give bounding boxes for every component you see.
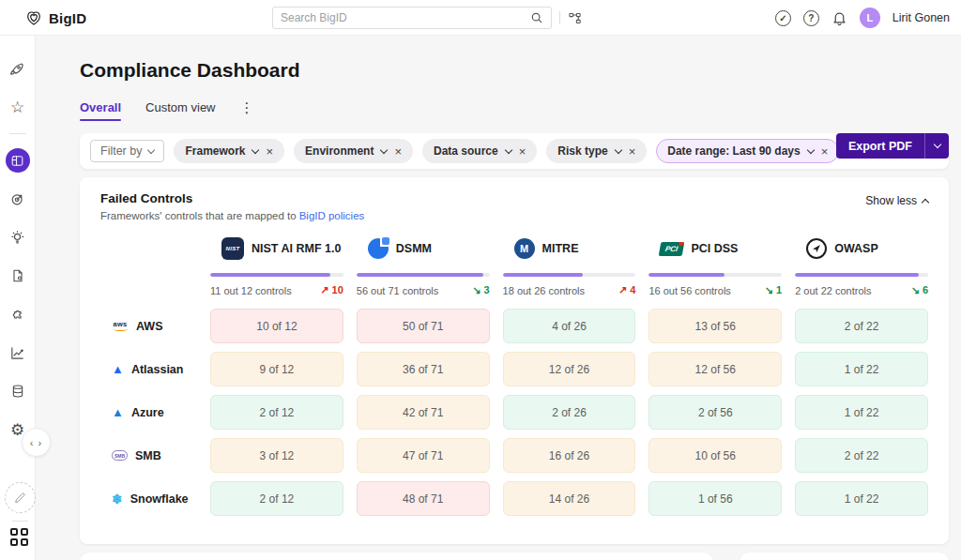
trend-indicator: ↘6: [911, 284, 928, 296]
advanced-search-icon[interactable]: [568, 11, 582, 25]
lightbulb-icon[interactable]: [6, 225, 30, 250]
control-cell[interactable]: 48 of 71: [357, 481, 490, 516]
trend-indicator: ↗10: [320, 284, 343, 296]
control-cell[interactable]: 10 of 56: [648, 438, 782, 473]
pci-dss-logo-icon: PCI: [659, 242, 685, 256]
page-title: Compliance Dashboard: [80, 59, 949, 82]
bigid-policies-link[interactable]: BigID policies: [299, 210, 365, 221]
datasource-aws: aws AWS: [100, 320, 197, 333]
user-avatar[interactable]: L: [860, 8, 880, 28]
trend-indicator: ↘3: [472, 284, 489, 296]
trend-indicator: ↘1: [765, 284, 782, 296]
target-icon[interactable]: [6, 187, 30, 211]
control-cell[interactable]: 2 of 22: [795, 309, 928, 343]
azure-logo-icon: ▲: [112, 406, 124, 418]
search-input[interactable]: [281, 11, 530, 24]
progress-bar: [503, 273, 636, 277]
sidebar-collapse-button[interactable]: ‹ ›: [22, 428, 51, 457]
analytics-chart-icon[interactable]: [6, 341, 30, 365]
notifications-bell-icon[interactable]: [831, 10, 847, 26]
control-cell[interactable]: 50 of 71: [357, 309, 490, 343]
datasource-atlassian: ▲ Atlassian: [100, 363, 197, 376]
control-cell[interactable]: 10 of 12: [210, 309, 343, 343]
control-cell[interactable]: 13 of 56: [648, 309, 782, 343]
filter-chip-framework[interactable]: Framework ×: [174, 139, 284, 163]
tab-overall[interactable]: Overall: [80, 100, 121, 121]
edit-dashboard-button[interactable]: [5, 482, 36, 513]
control-cell[interactable]: 2 of 56: [648, 395, 782, 430]
owasp-logo-icon: [806, 238, 827, 259]
tab-custom-view[interactable]: Custom view: [145, 100, 215, 121]
control-cell[interactable]: 1 of 22: [795, 481, 928, 516]
partial-card: [740, 552, 949, 560]
rocket-icon[interactable]: [6, 56, 30, 81]
show-less-toggle[interactable]: Show less: [865, 194, 928, 207]
trend-indicator: ↗4: [618, 284, 635, 296]
control-cell[interactable]: 2 of 12: [210, 481, 343, 516]
control-cell[interactable]: 12 of 56: [648, 352, 782, 386]
next-section-cards: [80, 552, 949, 560]
remove-filter-icon[interactable]: ×: [821, 145, 829, 158]
control-cell[interactable]: 16 of 26: [503, 438, 636, 473]
tabs-more-menu-icon[interactable]: ⋮: [240, 99, 254, 122]
framework-nist: NIST NIST AI RMF 1.0 11 out 12 controls …: [210, 236, 343, 296]
partial-card: [80, 552, 713, 560]
remove-filter-icon[interactable]: ×: [394, 145, 402, 158]
control-cell[interactable]: 2 of 12: [210, 395, 343, 430]
apps-grid-icon[interactable]: [10, 528, 28, 546]
dashboard-icon[interactable]: [6, 148, 30, 173]
chevron-down-icon: [933, 141, 940, 148]
control-cell[interactable]: 3 of 12: [210, 438, 343, 473]
chevron-up-icon: [922, 198, 929, 205]
remove-filter-icon[interactable]: ×: [266, 145, 273, 158]
progress-bar: [648, 273, 782, 277]
help-icon[interactable]: ?: [803, 10, 819, 26]
chevron-down-icon: [252, 145, 259, 153]
filter-chip-data-source[interactable]: Data source ×: [422, 139, 537, 163]
chevron-down-icon: [806, 145, 814, 153]
progress-bar: [357, 273, 490, 277]
chevron-down-icon: [147, 145, 155, 153]
control-cell[interactable]: 14 of 26: [503, 481, 636, 516]
database-icon[interactable]: [6, 379, 30, 403]
filter-by-dropdown[interactable]: Filter by: [90, 140, 164, 162]
progress-bar: [210, 273, 343, 277]
search-divider: [559, 11, 560, 24]
control-cell[interactable]: 1 of 22: [795, 395, 928, 430]
status-check-icon[interactable]: ✓: [775, 10, 791, 26]
datasource-smb: SMB SMB: [100, 449, 197, 462]
failed-controls-subtitle: Frameworks' controls that are mapped toB…: [100, 210, 928, 221]
bigid-logo[interactable]: BigID: [24, 0, 86, 36]
control-cell[interactable]: 47 of 71: [357, 438, 490, 473]
control-cell[interactable]: 36 of 71: [357, 352, 490, 386]
progress-bar: [795, 273, 928, 277]
favorites-star-icon[interactable]: ☆: [6, 95, 30, 119]
framework-owasp: OWASP 2 out 22 controls ↘6: [795, 236, 928, 296]
datasource-snowflake: ❄ Snowflake: [100, 492, 197, 506]
policies-doc-icon[interactable]: [6, 264, 30, 288]
control-cell[interactable]: 9 of 12: [210, 352, 343, 386]
export-pdf-button[interactable]: Export PDF: [836, 133, 949, 159]
framework-header-row: NIST NIST AI RMF 1.0 11 out 12 controls …: [100, 236, 928, 296]
puzzle-icon[interactable]: [6, 302, 30, 326]
control-cell[interactable]: 2 of 26: [503, 395, 636, 430]
control-cell[interactable]: 1 of 22: [795, 352, 928, 386]
export-dropdown-caret[interactable]: [924, 133, 949, 159]
control-cell[interactable]: 12 of 26: [503, 352, 636, 386]
filter-bar: Filter by Framework × Environment × Data…: [80, 133, 949, 169]
control-cell[interactable]: 1 of 56: [648, 481, 782, 516]
nist-logo-icon: NIST: [221, 237, 244, 260]
filter-chip-environment[interactable]: Environment ×: [294, 139, 413, 163]
filter-chip-risk-type[interactable]: Risk type ×: [546, 139, 647, 163]
brand-name: BigID: [49, 10, 86, 26]
control-cell[interactable]: 42 of 71: [357, 395, 490, 430]
aws-logo-icon: aws: [112, 321, 129, 332]
remove-filter-icon[interactable]: ×: [629, 145, 636, 158]
filter-chip-date-range[interactable]: Date range: Last 90 days ×: [656, 139, 839, 163]
chevron-down-icon: [504, 145, 511, 153]
pencil-icon: [13, 491, 27, 505]
remove-filter-icon[interactable]: ×: [519, 145, 526, 158]
control-cell[interactable]: 4 of 26: [503, 309, 636, 343]
control-cell[interactable]: 2 of 22: [795, 438, 928, 473]
search-icon[interactable]: [530, 11, 543, 24]
